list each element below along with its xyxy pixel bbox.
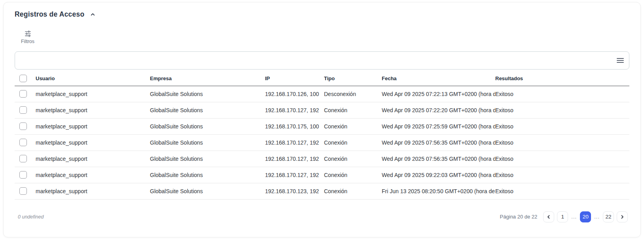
cell-resultados: Exitoso	[495, 167, 629, 183]
cell-usuario: marketplace_support	[36, 102, 150, 118]
access-logs-table: Usuario Empresa IP Tipo Fecha Resultados…	[15, 71, 629, 200]
cell-resultados: Exitoso	[495, 102, 629, 118]
cell-fecha: Wed Apr 09 2025 07:56:35 GMT+0200 (hora …	[382, 151, 495, 167]
table-footer: 0 undefined Página 20 de 22 1 ... 20 ...…	[15, 200, 629, 222]
grid-menu-button[interactable]	[616, 57, 625, 64]
row-checkbox[interactable]	[19, 139, 27, 146]
cell-tipo: Conexión	[324, 183, 382, 199]
cell-ip: 192.168.170.127, 192	[265, 134, 324, 151]
panel-header: Registros de Acceso	[15, 10, 629, 19]
chevron-right-icon	[620, 215, 625, 219]
cell-resultados: Exitoso	[495, 151, 629, 167]
cell-usuario: marketplace_support	[36, 86, 150, 102]
cell-ip: 192.168.170.127, 192	[265, 167, 324, 183]
cell-fecha: Wed Apr 09 2025 07:25:59 GMT+0200 (hora …	[382, 118, 495, 134]
cell-fecha: Wed Apr 09 2025 07:56:35 GMT+0200 (hora …	[382, 134, 495, 151]
cell-resultados: Exitoso	[495, 183, 629, 199]
row-checkbox[interactable]	[19, 90, 27, 98]
cell-ip: 192.168.170.127, 192	[265, 151, 324, 167]
cell-tipo: Conexión	[324, 134, 382, 151]
cell-empresa: GlobalSuite Solutions	[150, 134, 265, 151]
table-header-row: Usuario Empresa IP Tipo Fecha Resultados	[15, 71, 629, 86]
cell-ip: 192.168.170.127, 192	[265, 102, 324, 118]
chevron-up-icon	[90, 11, 96, 17]
cell-empresa: GlobalSuite Solutions	[150, 167, 265, 183]
select-all-checkbox[interactable]	[19, 75, 27, 82]
table-row[interactable]: marketplace_support GlobalSuite Solution…	[15, 167, 629, 183]
collapse-button[interactable]	[89, 11, 97, 18]
cell-empresa: GlobalSuite Solutions	[150, 86, 265, 102]
row-checkbox[interactable]	[19, 106, 27, 114]
column-header-empresa[interactable]: Empresa	[150, 71, 265, 86]
hamburger-menu-icon	[617, 58, 624, 63]
cell-ip: 192.168.170.175, 100	[265, 118, 324, 134]
filters-button[interactable]: Filtros	[19, 30, 37, 44]
cell-fecha: Fri Jun 13 2025 08:20:50 GMT+0200 (hora …	[382, 183, 495, 199]
column-header-fecha[interactable]: Fecha	[382, 71, 495, 86]
cell-empresa: GlobalSuite Solutions	[150, 118, 265, 134]
cell-usuario: marketplace_support	[36, 167, 150, 183]
cell-usuario: marketplace_support	[36, 118, 150, 134]
search-input[interactable]	[15, 51, 629, 70]
cell-usuario: marketplace_support	[36, 183, 150, 199]
pagination-ellipsis: ...	[594, 214, 600, 220]
table-row[interactable]: marketplace_support GlobalSuite Solution…	[15, 151, 629, 167]
column-header-tipo[interactable]: Tipo	[324, 71, 382, 86]
cell-usuario: marketplace_support	[36, 151, 150, 167]
cell-tipo: Desconexión	[324, 86, 382, 102]
row-checkbox[interactable]	[19, 155, 27, 162]
table-row[interactable]: marketplace_support GlobalSuite Solution…	[15, 118, 629, 134]
selection-summary: 0 undefined	[18, 214, 44, 220]
page-button-22[interactable]: 22	[603, 211, 614, 222]
chevron-left-icon	[546, 215, 551, 219]
pagination-label: Página 20 de 22	[500, 214, 538, 220]
column-header-usuario[interactable]: Usuario	[36, 71, 150, 86]
quick-filter-bar	[15, 51, 629, 70]
page-button-1[interactable]: 1	[557, 211, 568, 222]
cell-ip: 192.168.170.126, 100	[265, 86, 324, 102]
column-header-ip[interactable]: IP	[265, 71, 324, 86]
access-logs-panel: Registros de Acceso Filtros	[3, 2, 641, 237]
cell-empresa: GlobalSuite Solutions	[150, 102, 265, 118]
cell-tipo: Conexión	[324, 167, 382, 183]
pagination: Página 20 de 22 1 ... 20 ... 22	[500, 211, 628, 222]
table-row[interactable]: marketplace_support GlobalSuite Solution…	[15, 134, 629, 151]
cell-tipo: Conexión	[324, 118, 382, 134]
column-header-resultados[interactable]: Resultados	[495, 71, 629, 86]
row-checkbox[interactable]	[19, 187, 27, 195]
prev-page-button[interactable]	[543, 211, 554, 222]
cell-usuario: marketplace_support	[36, 134, 150, 151]
sliders-icon	[24, 30, 32, 37]
cell-fecha: Wed Apr 09 2025 07:22:13 GMT+0200 (hora …	[382, 86, 495, 102]
page-title: Registros de Acceso	[15, 10, 84, 19]
filters-label: Filtros	[21, 39, 34, 44]
page-button-current[interactable]: 20	[580, 211, 591, 222]
next-page-button[interactable]	[617, 211, 628, 222]
pagination-ellipsis: ...	[571, 214, 577, 220]
row-checkbox[interactable]	[19, 122, 27, 130]
cell-empresa: GlobalSuite Solutions	[150, 151, 265, 167]
cell-resultados: Exitoso	[495, 118, 629, 134]
cell-tipo: Conexión	[324, 102, 382, 118]
cell-resultados: Exitoso	[495, 86, 629, 102]
cell-resultados: Exitoso	[495, 134, 629, 151]
row-checkbox[interactable]	[19, 171, 27, 179]
table-row[interactable]: marketplace_support GlobalSuite Solution…	[15, 86, 629, 102]
cell-tipo: Conexión	[324, 151, 382, 167]
table-row[interactable]: marketplace_support GlobalSuite Solution…	[15, 102, 629, 118]
cell-ip: 192.168.170.123, 192	[265, 183, 324, 199]
cell-fecha: Wed Apr 09 2025 09:22:03 GMT+0200 (hora …	[382, 167, 495, 183]
table-row[interactable]: marketplace_support GlobalSuite Solution…	[15, 183, 629, 199]
cell-fecha: Wed Apr 09 2025 07:22:20 GMT+0200 (hora …	[382, 102, 495, 118]
cell-empresa: GlobalSuite Solutions	[150, 183, 265, 199]
